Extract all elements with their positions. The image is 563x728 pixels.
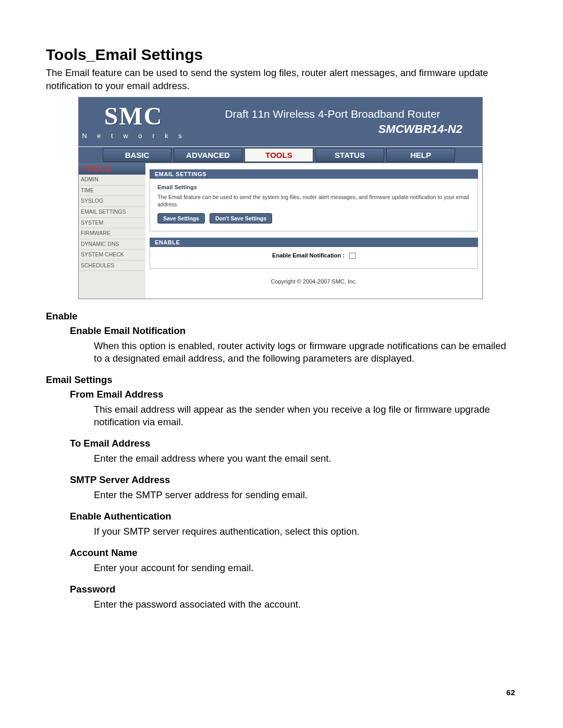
banner-line1: Draft 11n Wireless 4-Port Broadband Rout… [225, 108, 440, 120]
dont-save-button[interactable]: Don't Save Settings [210, 213, 272, 224]
sidebar-item-syslog[interactable]: SYSLOG [79, 196, 145, 207]
sidebar-item-firmware[interactable]: FIRMWARE [79, 228, 145, 239]
def-auth-text: If your SMTP server requires authenticat… [94, 525, 515, 538]
sidebar-item-system[interactable]: SYSTEM [79, 218, 145, 229]
panel-header-enable: ENABLE [150, 238, 478, 247]
panel-subtitle: Email Settings [157, 184, 470, 190]
page-intro: The Email feature can be used to send th… [46, 67, 515, 93]
sidebar-item-dynamic-dns[interactable]: DYNAMIC DNS [79, 239, 145, 250]
content-area: EMAIL SETTINGS Email Settings The Email … [145, 163, 482, 299]
page-title: Tools_Email Settings [46, 46, 515, 64]
sidebar-item-system-check[interactable]: SYSTEM CHECK [79, 250, 145, 261]
tab-help[interactable]: HELP [386, 148, 455, 162]
def-account-text: Enter your account for sending email. [94, 562, 515, 574]
router-footer: Copyright © 2004-2007 SMC, Inc. [150, 275, 478, 291]
tab-basic[interactable]: BASIC [103, 148, 172, 162]
router-banner: SMC N e t w o r k s Draft 11n Wireless 4… [79, 97, 482, 146]
def-account-heading: Account Name [70, 547, 515, 559]
enable-email-label: Enable Email Notification : [272, 252, 345, 258]
def-to-email-text: Enter the email address where you want t… [94, 452, 515, 465]
sidebar-item-schedules[interactable]: SCHEDULES [79, 261, 145, 272]
panel-enable: ENABLE Enable Email Notification : [150, 238, 478, 269]
def-auth-heading: Enable Authentication [70, 511, 515, 522]
panel-header-email: EMAIL SETTINGS [150, 169, 478, 179]
def-password-text: Enter the password associated with the a… [94, 598, 515, 611]
side-nav: TOOLS ADMIN TIME SYSLOG EMAIL SETTINGS S… [79, 163, 145, 299]
def-to-email-heading: To Email Address [70, 438, 515, 449]
save-button[interactable]: Save Settings [157, 213, 205, 224]
panel-description: The Email feature can be used to send th… [157, 193, 470, 208]
tab-tools[interactable]: TOOLS [244, 148, 313, 162]
def-enable-email-heading: Enable Email Notification [70, 325, 515, 337]
banner-model: SMCWBR14-N2 [378, 122, 462, 136]
def-enable-heading: Enable [46, 311, 515, 322]
def-email-settings-heading: Email Settings [46, 374, 515, 386]
def-password-heading: Password [70, 584, 515, 595]
top-nav: BASIC ADVANCED TOOLS STATUS HELP [79, 146, 482, 163]
sidebar-item-time[interactable]: TIME [79, 186, 145, 196]
def-from-email-heading: From Email Address [70, 389, 515, 400]
logo-sub: N e t w o r k s [82, 132, 186, 140]
panel-email-settings: EMAIL SETTINGS Email Settings The Email … [150, 169, 478, 231]
def-smtp-heading: SMTP Server Address [70, 474, 515, 486]
sidebar-item-admin[interactable]: ADMIN [79, 175, 145, 186]
def-from-email-text: This email address will appear as the se… [94, 403, 515, 428]
sidebar-item-email-settings[interactable]: EMAIL SETTINGS [79, 207, 145, 218]
side-nav-title: TOOLS [79, 163, 145, 175]
tab-advanced[interactable]: ADVANCED [174, 148, 242, 162]
enable-email-checkbox[interactable] [349, 253, 356, 259]
def-enable-email-text: When this option is enabled, router acti… [94, 340, 515, 365]
tab-status[interactable]: STATUS [315, 148, 384, 162]
logo-brand: SMC [104, 104, 163, 129]
def-smtp-text: Enter the SMTP server address for sendin… [94, 489, 515, 501]
page-number: 62 [506, 688, 515, 697]
router-screenshot: SMC N e t w o r k s Draft 11n Wireless 4… [78, 97, 483, 299]
logo: SMC N e t w o r k s [79, 97, 188, 146]
